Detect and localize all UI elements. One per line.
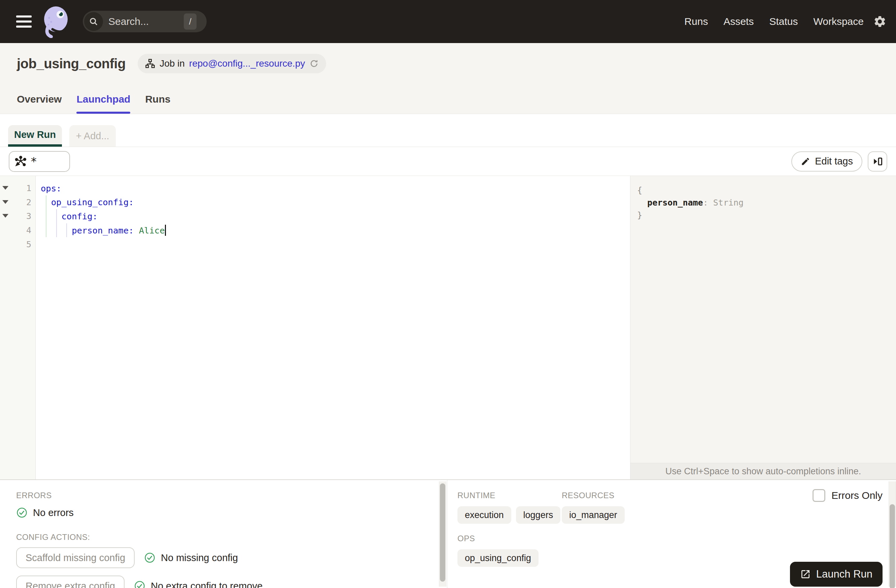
nav-link-assets[interactable]: Assets <box>723 16 754 27</box>
runtime-label: RUNTIME <box>457 491 562 500</box>
expand-panel-button[interactable] <box>868 151 887 172</box>
nav-link-status[interactable]: Status <box>769 16 798 27</box>
schema-open-brace: { <box>637 185 642 195</box>
nav-link-runs[interactable]: Runs <box>684 16 708 27</box>
tab-launchpad[interactable]: Launchpad <box>76 94 130 114</box>
edit-tags-button[interactable]: Edit tags <box>791 151 862 172</box>
launch-icon <box>800 569 811 580</box>
menu-bar <box>16 15 32 17</box>
config-schema-panel: { person_name: String } Use Ctrl+Space t… <box>630 176 896 479</box>
line-number: 4 <box>26 225 31 235</box>
search-placeholder: Search... <box>108 16 149 27</box>
menu-bar <box>16 26 32 27</box>
menu-bar <box>16 21 32 23</box>
gutter-line-1: 1 <box>0 181 35 196</box>
add-config-tab-button[interactable]: + Add... <box>69 125 116 147</box>
schema-line: } <box>637 209 896 221</box>
reload-icon[interactable] <box>309 59 319 68</box>
fold-arrow-icon[interactable] <box>2 200 8 204</box>
bottom-panel: ERRORS No errors CONFIG ACTIONS: Scaffol… <box>0 479 896 588</box>
resources-label: RESOURCES <box>562 491 666 500</box>
scrollbar-thumb[interactable] <box>890 504 895 588</box>
resources-chips: io_manager <box>562 506 666 524</box>
editor-gutter: 12345 <box>0 176 36 479</box>
octopus-logo-icon <box>41 5 72 38</box>
schema-key[interactable]: person_name <box>647 198 703 208</box>
code-line-4[interactable]: person_name: Alice <box>41 223 630 237</box>
code-line-1[interactable]: ops: <box>41 181 630 196</box>
chip-io-manager[interactable]: io_manager <box>562 506 625 524</box>
text-cursor <box>165 225 166 236</box>
context-panel-scrollbar[interactable] <box>888 482 896 586</box>
code-line-5[interactable] <box>41 237 630 251</box>
scaffold-row: Scaffold missing config No missing confi… <box>16 547 447 568</box>
line-number: 2 <box>26 198 31 207</box>
repo-link[interactable]: repo@config..._resource.py <box>189 58 305 69</box>
no-missing-config-text: No missing config <box>161 552 238 564</box>
line-number: 3 <box>26 211 31 221</box>
gutter-line-3: 3 <box>0 209 35 223</box>
gutter-line-2: 2 <box>0 196 35 210</box>
errors-label: ERRORS <box>16 491 447 500</box>
check-circle-icon <box>134 580 145 588</box>
page-title: job_using_config <box>17 56 125 71</box>
no-missing-config-status: No missing config <box>144 552 238 564</box>
scrollbar-thumb[interactable] <box>440 483 445 582</box>
title-row: job_using_config Job in repo@config..._r… <box>0 43 896 73</box>
schema-body: { person_name: String } <box>631 176 896 221</box>
resources-group: RESOURCES io_manager <box>562 491 666 524</box>
run-config-tabs: New Run + Add... <box>0 114 896 147</box>
menu-button[interactable] <box>15 14 32 30</box>
errors-panel: ERRORS No errors CONFIG ACTIONS: Scaffol… <box>0 480 447 588</box>
search-shortcut-badge: / <box>184 14 197 30</box>
op-graph-icon <box>14 155 26 167</box>
runtime-group: RUNTIME executionloggers <box>457 491 562 524</box>
ops-label: OPS <box>457 534 896 543</box>
op-selection-input[interactable]: * <box>9 151 70 172</box>
launchpad-toolbar: * Edit tags <box>0 147 896 176</box>
toolbar-right: Edit tags <box>791 151 887 172</box>
check-circle-icon <box>16 507 27 518</box>
schema-colon: : <box>703 198 713 208</box>
check-circle-icon <box>144 552 155 564</box>
editor-code-area[interactable]: ops: op_using_config: config: person_nam… <box>36 176 630 479</box>
nav-link-workspace[interactable]: Workspace <box>813 16 864 27</box>
launch-run-button[interactable]: Launch Run <box>790 562 882 586</box>
remove-extra-config-button[interactable]: Remove extra config <box>16 576 125 588</box>
config-editor[interactable]: 12345 ops: op_using_config: config: pers… <box>0 176 630 479</box>
launchpad-main: 12345 ops: op_using_config: config: pers… <box>0 176 896 479</box>
chip-execution[interactable]: execution <box>457 506 511 524</box>
chip-op-using-config[interactable]: op_using_config <box>457 549 539 567</box>
code-line-2[interactable]: op_using_config: <box>41 196 630 210</box>
no-errors-row: No errors <box>16 507 447 518</box>
search-input[interactable]: Search... / <box>83 11 207 32</box>
settings-button[interactable] <box>873 15 887 28</box>
errors-only-label: Errors Only <box>831 490 882 501</box>
navbar-links: RunsAssetsStatusWorkspace <box>684 16 864 27</box>
fold-arrow-icon[interactable] <box>2 214 8 218</box>
search-icon <box>84 12 103 31</box>
job-location-badge: Job in repo@config..._resource.py <box>138 54 326 73</box>
tab-overview[interactable]: Overview <box>17 94 62 114</box>
pencil-icon <box>801 157 810 166</box>
tab-new-run[interactable]: New Run <box>8 125 62 147</box>
tab-runs[interactable]: Runs <box>145 94 170 114</box>
schema-type: String <box>713 198 744 208</box>
chip-loggers[interactable]: loggers <box>516 506 561 524</box>
job-graph-icon <box>145 59 155 68</box>
launch-run-label: Launch Run <box>816 568 872 580</box>
line-number: 1 <box>26 183 31 193</box>
code-line-3[interactable]: config: <box>41 209 630 223</box>
scaffold-missing-config-button[interactable]: Scaffold missing config <box>16 547 135 568</box>
op-selection-value: * <box>30 155 37 168</box>
dagster-logo <box>41 5 72 38</box>
errors-panel-scrollbar[interactable] <box>439 482 446 586</box>
schema-line: person_name: String <box>637 196 896 209</box>
page-tabs: Overview Launchpad Runs <box>17 94 170 114</box>
errors-only-checkbox[interactable] <box>812 489 825 502</box>
gutter-line-4: 4 <box>0 223 35 237</box>
expand-panel-icon <box>872 156 882 167</box>
no-extra-config-status: No extra config to remove <box>134 580 262 588</box>
gear-icon <box>873 15 887 28</box>
fold-arrow-icon[interactable] <box>2 186 8 190</box>
